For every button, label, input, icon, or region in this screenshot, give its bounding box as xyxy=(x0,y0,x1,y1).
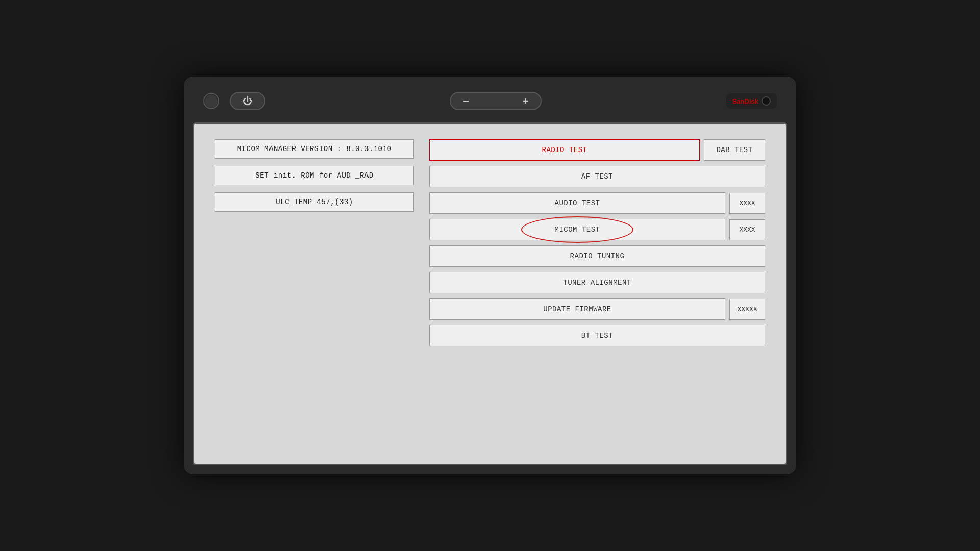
hardware-bar: ⏻ − + SanDisk xyxy=(193,86,787,116)
left-panel: MICOM MANAGER VERSION : 8.0.3.1010 SET i… xyxy=(215,139,429,448)
right-panel: RADIO TEST DAB TEST AF TEST AUDIO TEST X… xyxy=(429,139,765,448)
update-firmware-button[interactable]: UPDATE FIRMWARE xyxy=(429,298,725,320)
update-firmware-badge: XXXXX xyxy=(729,299,765,320)
row-tuner-alignment: TUNER ALIGNMENT xyxy=(429,272,765,293)
af-test-button[interactable]: AF TEST xyxy=(429,166,765,187)
row-af-test: AF TEST xyxy=(429,166,765,187)
audio-test-badge: XXXX xyxy=(729,193,765,214)
hw-right-controls: SanDisk xyxy=(726,93,777,109)
dab-test-button[interactable]: DAB TEST xyxy=(704,139,765,161)
row-radio-tuning: RADIO TUNING xyxy=(429,245,765,267)
jack-hole xyxy=(762,96,771,106)
version-info-box: MICOM MANAGER VERSION : 8.0.3.1010 xyxy=(215,139,414,159)
row-bt-test: BT TEST xyxy=(429,325,765,346)
circle-indicator xyxy=(203,93,219,109)
power-button[interactable]: ⏻ xyxy=(230,92,265,110)
tuner-alignment-button[interactable]: TUNER ALIGNMENT xyxy=(429,272,765,293)
vol-minus-icon: − xyxy=(463,95,469,107)
power-icon: ⏻ xyxy=(243,96,252,107)
hw-left-controls: ⏻ xyxy=(203,92,265,110)
audio-test-button[interactable]: AUDIO TEST xyxy=(429,192,725,214)
sandisk-label: SanDisk xyxy=(732,97,758,105)
vol-plus-icon: + xyxy=(523,95,529,107)
sandisk-slot: SanDisk xyxy=(726,93,777,109)
device-unit: ⏻ − + SanDisk MICOM MANAGER VERSION : 8.… xyxy=(184,77,796,474)
radio-tuning-button[interactable]: RADIO TUNING xyxy=(429,245,765,267)
temp-info-box: ULC_TEMP 457,(33) xyxy=(215,192,414,212)
temp-label: ULC_TEMP 457,(33) xyxy=(276,198,353,206)
radio-test-button[interactable]: RADIO TEST xyxy=(429,139,700,161)
screen: MICOM MANAGER VERSION : 8.0.3.1010 SET i… xyxy=(193,122,787,465)
micom-test-badge: XXXX xyxy=(729,219,765,240)
micom-test-button[interactable]: MICOM TEST xyxy=(429,219,725,240)
row-update-firmware: UPDATE FIRMWARE XXXXX xyxy=(429,298,765,320)
version-label: MICOM MANAGER VERSION : 8.0.3.1010 xyxy=(237,145,392,153)
row-radio-dab: RADIO TEST DAB TEST xyxy=(429,139,765,161)
init-info-box[interactable]: SET init. ROM for AUD _RAD xyxy=(215,166,414,185)
init-label: SET init. ROM for AUD _RAD xyxy=(255,171,373,180)
hw-center-controls: − + xyxy=(450,92,542,110)
row-micom-test: MICOM TEST XXXX xyxy=(429,219,765,240)
volume-control[interactable]: − + xyxy=(450,92,542,110)
bt-test-button[interactable]: BT TEST xyxy=(429,325,765,346)
row-audio-test: AUDIO TEST XXXX xyxy=(429,192,765,214)
